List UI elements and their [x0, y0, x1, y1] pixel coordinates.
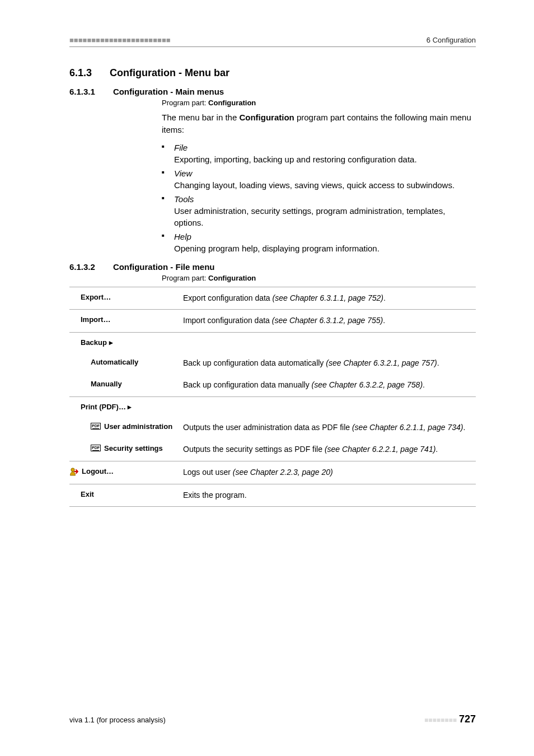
menu-item-backup: Backup ▸ [69, 338, 179, 347]
menu-item-desc: Opening program help, displaying program… [174, 242, 476, 254]
main-menu-list: File Exporting, importing, backing up an… [162, 142, 476, 254]
subsection-heading: 6.1.3.2 Configuration - File menu [69, 262, 476, 272]
subsection-heading: 6.1.3.1 Configuration - Main menus [69, 87, 476, 96]
section-title: Configuration - Menu bar [110, 67, 229, 79]
menu-item-print-pdf: Print (PDF)… ▸ [69, 403, 179, 411]
footer-right: ■■■■■■■■727 [424, 713, 476, 725]
page-footer: viva 1.1 (for process analysis) ■■■■■■■■… [69, 713, 476, 725]
table-row: PDF Security settings Outputs the securi… [69, 438, 476, 461]
list-item: View Changing layout, loading views, sav… [162, 167, 476, 191]
menu-item-name: Help [174, 232, 191, 241]
table-row: Backup ▸ [69, 332, 476, 352]
table-row: Automatically Back up configuration data… [69, 352, 476, 375]
menu-item-pdf-user-admin: PDF User administration [69, 422, 179, 431]
pdf-icon: PDF [91, 423, 101, 430]
menu-item-exit: Exit [69, 490, 179, 498]
section-number: 6.1.3 [69, 67, 92, 79]
program-part-line: Program part: Configuration [162, 99, 476, 107]
table-row: Export… Export configuration data (see C… [69, 287, 476, 310]
menu-item-name: File [174, 143, 188, 152]
subsection-title: Configuration - Main menus [113, 87, 224, 96]
menu-item-logout: Logout… [69, 467, 179, 476]
header-decor: ■■■■■■■■■■■■■■■■■■■■■■■ [69, 36, 171, 44]
menu-item-desc: User administration, security settings, … [174, 205, 476, 228]
pdf-icon: PDF [91, 445, 101, 451]
footer-left: viva 1.1 (for process analysis) [69, 716, 166, 724]
menu-item-desc: Export configuration data (see Chapter 6… [183, 287, 476, 310]
table-row: Logout… Logs out user (see Chapter 2.2.3… [69, 461, 476, 484]
list-item: File Exporting, importing, backing up an… [162, 142, 476, 165]
section-heading: 6.1.3 Configuration - Menu bar [69, 67, 476, 79]
menu-item-desc: Exporting, importing, backing up and res… [174, 153, 476, 165]
menu-item-desc: Changing layout, loading views, saving v… [174, 179, 476, 191]
subsection-number: 6.1.3.1 [69, 87, 95, 96]
table-row: Import… Import configuration data (see C… [69, 310, 476, 333]
menu-item-desc: Exits the program. [183, 484, 476, 507]
table-row: Exit Exits the program. [69, 484, 476, 507]
menu-item-desc: Outputs the user administration data as … [183, 417, 476, 439]
footer-decor: ■■■■■■■■ [424, 716, 457, 724]
page-header: ■■■■■■■■■■■■■■■■■■■■■■■ 6 Configuration [69, 36, 476, 47]
header-chapter: 6 Configuration [427, 36, 476, 44]
menu-item-backup-manual: Manually [69, 380, 179, 388]
subsection-title: Configuration - File menu [113, 262, 215, 272]
menu-item-desc: Back up configuration data manually (see… [183, 374, 476, 396]
table-row: PDF User administration Outputs the user… [69, 417, 476, 439]
list-item: Tools User administration, security sett… [162, 193, 476, 228]
page-number: 727 [459, 713, 476, 725]
logout-icon [69, 467, 78, 476]
menu-item-import: Import… [69, 315, 179, 324]
menu-item-desc: Outputs the security settings as PDF fil… [183, 438, 476, 461]
menu-item-export: Export… [69, 293, 179, 301]
intro-paragraph: The menu bar in the Configuration progra… [162, 111, 476, 136]
file-menu-table: Export… Export configuration data (see C… [69, 287, 476, 507]
table-row: Print (PDF)… ▸ [69, 396, 476, 417]
menu-item-desc: Back up configuration data automatically… [183, 352, 476, 375]
program-part-line: Program part: Configuration [162, 274, 476, 282]
menu-item-desc: Logs out user (see Chapter 2.2.3, page 2… [183, 461, 476, 484]
menu-item-backup-auto: Automatically [69, 358, 179, 366]
subsection-number: 6.1.3.2 [69, 262, 95, 272]
menu-item-name: Tools [174, 194, 194, 204]
list-item: Help Opening program help, displaying pr… [162, 231, 476, 254]
menu-item-desc: Import configuration data (see Chapter 6… [183, 310, 476, 333]
menu-item-pdf-security: PDF Security settings [69, 444, 179, 452]
menu-item-name: View [174, 169, 192, 178]
table-row: Manually Back up configuration data manu… [69, 374, 476, 396]
svg-point-0 [71, 468, 74, 472]
